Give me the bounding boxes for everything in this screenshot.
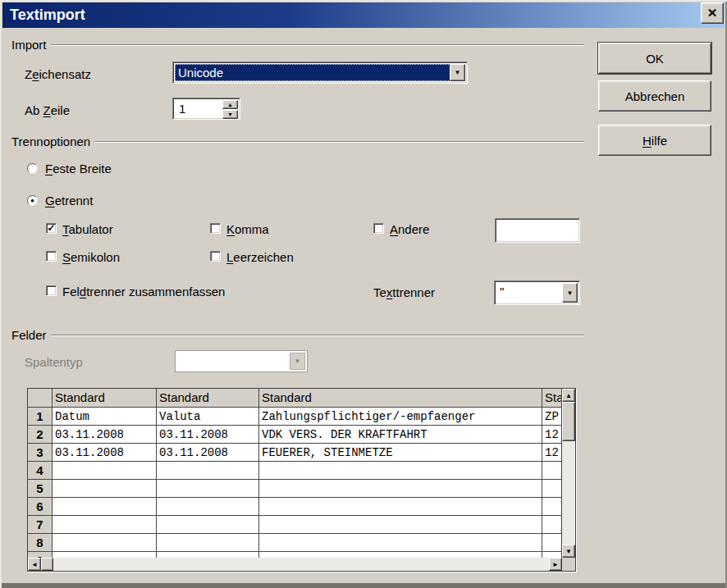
table-cell[interactable] [53,462,157,480]
charset-combobox[interactable]: Unicode ▼ [172,62,468,84]
table-cell[interactable]: VDK VERS. DER KRAFTFAHRT [259,426,542,444]
table-cell[interactable] [542,480,562,498]
scroll-right-button[interactable]: ► [549,558,562,571]
scroll-down-icon: ▼ [565,548,572,555]
table-cell[interactable] [157,498,259,516]
horizontal-scrollbar[interactable]: ◄ ► [28,558,562,571]
row-number: 9 [28,552,53,558]
close-icon: ✕ [707,6,718,21]
column-header[interactable]: Standard [157,389,259,408]
other-checkbox[interactable] [373,223,384,234]
table-cell[interactable] [542,516,562,534]
table-cell[interactable] [542,462,562,480]
scroll-right-icon: ► [552,561,559,568]
table-cell[interactable] [53,480,157,498]
other-label[interactable]: Andere [390,222,429,236]
comma-label[interactable]: Komma [226,222,269,236]
column-header[interactable]: Standard [259,389,542,408]
row-number: 8 [28,534,53,552]
table-cell[interactable]: 03.11.2008 [53,444,157,462]
spin-up-icon: ▲ [227,102,233,107]
table-cell[interactable]: 12 [542,426,562,444]
row-number: 2 [28,426,53,444]
from-row-label: Ab Zeile [25,103,70,117]
preview-grid[interactable]: StandardStandardStandardStandard1DatumVa… [28,389,562,558]
text-delimiter-dropdown-button[interactable]: ▼ [562,283,578,303]
semicolon-label[interactable]: Semikolon [62,250,120,264]
scroll-down-button[interactable]: ▼ [562,545,575,558]
row-number: 3 [28,444,53,462]
text-delimiter-combobox[interactable]: " ▼ [494,280,580,305]
separated-radio[interactable]: ● [27,195,38,206]
table-cell[interactable] [542,552,562,558]
fields-group-label: Felder [8,328,51,342]
table-cell[interactable] [259,498,542,516]
vertical-scrollbar[interactable]: ▲ ▼ [562,389,575,558]
table-cell[interactable] [259,552,542,558]
table-cell[interactable]: Zahlungspflichtiger/-empfaenger [259,408,542,426]
comma-checkbox[interactable] [210,223,221,234]
table-cell[interactable] [259,480,542,498]
fixed-width-radio[interactable] [27,163,38,174]
cancel-button[interactable]: Abbrechen [598,80,711,112]
column-type-dropdown-button: ▼ [290,353,305,370]
semicolon-checkbox[interactable] [46,251,57,262]
table-cell[interactable] [53,516,157,534]
text-delimiter-label: Texttrenner [373,285,435,299]
table-cell[interactable] [542,534,562,552]
table-cell[interactable]: 03.11.2008 [53,426,157,444]
column-header[interactable]: Standard [53,389,157,408]
table-cell[interactable]: 03.11.2008 [157,444,259,462]
table-cell[interactable]: 12 [542,444,562,462]
table-cell[interactable]: FEUERER, STEINMETZE [259,444,542,462]
table-cell[interactable] [157,516,259,534]
scroll-left-button[interactable]: ◄ [28,558,41,571]
scroll-up-icon: ▲ [565,392,572,399]
fixed-width-label[interactable]: Feste Breite [45,162,112,175]
spin-down-button[interactable]: ▼ [222,110,238,119]
table-cell[interactable] [157,552,259,558]
table-cell[interactable] [542,498,562,516]
spin-down-icon: ▼ [227,112,233,117]
table-cell[interactable] [157,480,259,498]
close-button[interactable]: ✕ [701,2,724,24]
charset-value: Unicode [175,64,465,81]
table-cell[interactable] [53,552,157,558]
space-label[interactable]: Leerzeichen [226,250,294,264]
tab-label[interactable]: Tabulator [62,222,113,236]
table-cell[interactable]: Valuta [157,408,259,426]
table-cell[interactable] [157,534,259,552]
spin-up-button[interactable]: ▲ [222,100,238,109]
horizontal-scroll-thumb[interactable] [41,558,53,571]
table-cell[interactable] [157,462,259,480]
table-cell[interactable] [259,462,542,480]
merge-delimiters-checkbox[interactable] [46,285,57,296]
charset-dropdown-button[interactable]: ▼ [450,64,465,81]
table-cell[interactable]: ZP [542,408,562,426]
row-number: 7 [28,516,53,534]
table-cell[interactable] [53,534,157,552]
group-line [51,44,584,46]
scrollbar-corner [562,558,575,571]
table-cell[interactable]: 03.11.2008 [157,426,259,444]
window-title: Textimport [2,7,85,24]
from-row-spinner[interactable]: 1 ▲ ▼ [172,98,240,120]
help-button[interactable]: Hilfe [598,125,711,156]
column-header[interactable]: Standard [542,389,562,408]
preview-table: StandardStandardStandardStandard1DatumVa… [27,388,576,572]
scroll-up-button[interactable]: ▲ [562,389,575,402]
other-separator-input[interactable] [495,218,580,243]
merge-delimiters-label[interactable]: Feldtrenner zusammenfassen [62,285,225,299]
row-number: 6 [28,498,53,516]
tab-checkbox[interactable]: ✓ [46,223,57,234]
titlebar: Textimport [2,2,725,28]
separated-label[interactable]: Getrennt [45,194,93,207]
table-cell[interactable] [53,498,157,516]
table-cell[interactable] [259,534,542,552]
table-cell[interactable]: Datum [53,408,157,426]
ok-button[interactable]: OK [598,43,711,74]
space-checkbox[interactable] [210,251,221,262]
radio-dot-icon: ● [30,198,34,204]
table-cell[interactable] [259,516,542,534]
vertical-scroll-thumb[interactable] [562,402,575,441]
